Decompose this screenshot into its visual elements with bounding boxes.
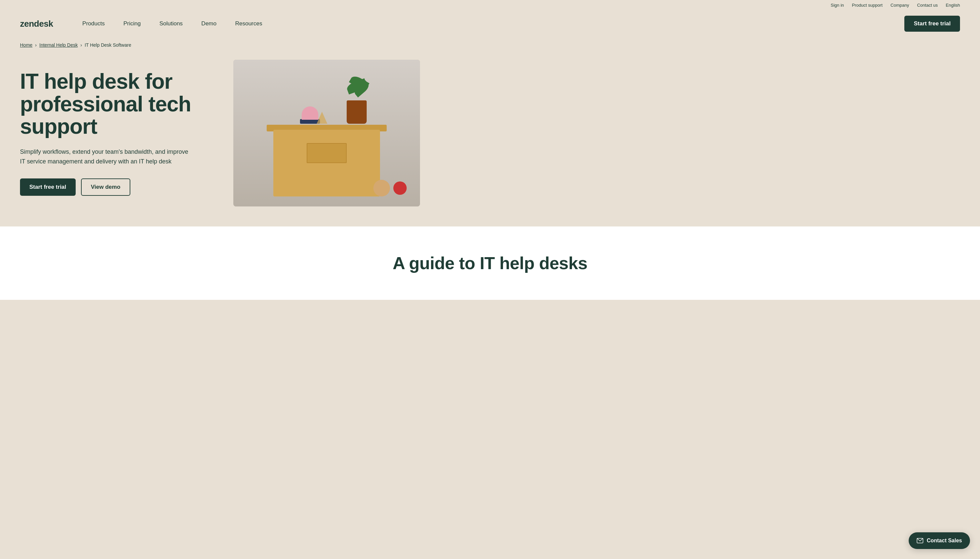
guide-title: A guide to IT help desks bbox=[20, 253, 960, 273]
hero-buttons: Start free trial View demo bbox=[20, 179, 220, 196]
product-support-link[interactable]: Product support bbox=[852, 3, 883, 8]
nav-start-free-trial-button[interactable]: Start free trial bbox=[904, 16, 960, 32]
language-selector[interactable]: English bbox=[946, 3, 960, 8]
nav-resources[interactable]: Resources bbox=[226, 18, 271, 30]
desk-drawer bbox=[307, 143, 346, 163]
hero-start-free-trial-button[interactable]: Start free trial bbox=[20, 179, 76, 196]
hero-title: IT help desk for professional tech suppo… bbox=[20, 70, 220, 138]
breadcrumb: Home › Internal Help Desk › IT Help Desk… bbox=[0, 37, 980, 53]
logo[interactable]: zendesk bbox=[20, 19, 53, 29]
small-cone bbox=[317, 112, 327, 124]
hero-view-demo-button[interactable]: View demo bbox=[81, 179, 131, 196]
desk-illustration bbox=[233, 60, 420, 207]
nav-solutions[interactable]: Solutions bbox=[150, 18, 192, 30]
hero-image bbox=[233, 60, 420, 207]
bell-dome bbox=[302, 106, 318, 120]
hero-content: IT help desk for professional tech suppo… bbox=[20, 70, 220, 195]
breadcrumb-home[interactable]: Home bbox=[20, 42, 32, 48]
company-link[interactable]: Company bbox=[891, 3, 909, 8]
plant-leaves bbox=[340, 75, 373, 101]
plant-pot bbox=[346, 100, 367, 124]
breadcrumb-separator-2: › bbox=[80, 42, 82, 48]
sign-in-link[interactable]: Sign in bbox=[831, 3, 844, 8]
tan-ball bbox=[373, 180, 390, 197]
nav-demo[interactable]: Demo bbox=[192, 18, 226, 30]
breadcrumb-separator-1: › bbox=[35, 42, 37, 48]
nav-products[interactable]: Products bbox=[73, 18, 114, 30]
contact-us-link[interactable]: Contact us bbox=[917, 3, 938, 8]
nav-links: Products Pricing Solutions Demo Resource… bbox=[73, 18, 904, 30]
desk-body bbox=[273, 130, 380, 197]
utility-bar: Sign in Product support Company Contact … bbox=[0, 0, 980, 10]
breadcrumb-current: IT Help Desk Software bbox=[85, 42, 131, 48]
hero-section: IT help desk for professional tech suppo… bbox=[0, 53, 980, 227]
main-navigation: zendesk Products Pricing Solutions Demo … bbox=[0, 10, 980, 37]
nav-pricing[interactable]: Pricing bbox=[114, 18, 150, 30]
breadcrumb-internal[interactable]: Internal Help Desk bbox=[40, 42, 78, 48]
hero-description: Simplify workflows, extend your team's b… bbox=[20, 147, 193, 166]
guide-section: A guide to IT help desks bbox=[0, 227, 980, 300]
red-ball bbox=[393, 182, 407, 195]
